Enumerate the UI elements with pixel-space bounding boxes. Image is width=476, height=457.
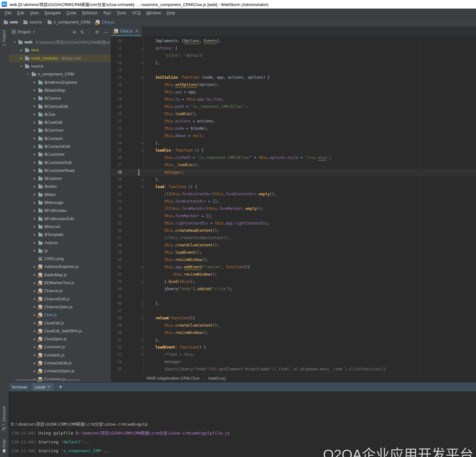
- menu-run[interactable]: Run: [101, 10, 114, 16]
- tool-window-button-gulp[interactable]: Gulp: [2, 440, 6, 453]
- collapsed-arrow-icon[interactable]: ▶: [33, 113, 36, 116]
- collapsed-arrow-icon[interactable]: ▶: [33, 97, 36, 100]
- code-line-18[interactable]: 18 this.lp = this.app.lp.clue;: [111, 96, 476, 103]
- fold-toggle-icon[interactable]: ▿: [141, 45, 143, 52]
- code-line-36[interactable]: 36 this.createHeadContent();: [111, 227, 476, 234]
- code-line-16[interactable]: 16 this.setOptions(options);: [111, 81, 476, 88]
- code-line-22[interactable]: 22 this.node = $(node);: [111, 125, 476, 132]
- code-line-51[interactable]: 51▵ },: [111, 336, 476, 344]
- tree-row-x_component_crm[interactable]: ▼x_component_CRM: [9, 70, 111, 78]
- collapsed-arrow-icon[interactable]: ▶: [33, 241, 36, 244]
- code-line-29[interactable]: 29▵ },: [111, 176, 476, 183]
- collapsed-arrow-icon[interactable]: ▶: [33, 297, 36, 300]
- tree-row-$baidumap[interactable]: ▶$BaiduMap: [9, 86, 111, 94]
- tree-row-lp[interactable]: ▶lp: [9, 247, 111, 255]
- code-line-33[interactable]: 33 if(this.formMarkArr)this.formMarkArr.…: [111, 205, 476, 212]
- tree-row-$customeredit[interactable]: ▶$CustomerEdit: [9, 158, 111, 166]
- code-line-25[interactable]: 25▿ loadCss: function () {: [111, 147, 476, 154]
- close-icon[interactable]: ✕: [47, 385, 50, 389]
- tree-row-23501.png[interactable]: 23501.png: [9, 255, 111, 263]
- menu-file[interactable]: File: [2, 10, 14, 16]
- collapsed-arrow-icon[interactable]: ▶: [33, 249, 36, 252]
- collapsed-arrow-icon[interactable]: ▶: [33, 169, 36, 172]
- tree-row-node_modules[interactable]: ▶node_moduleslibrary root: [9, 54, 111, 62]
- menu-edit[interactable]: Edit: [14, 10, 27, 16]
- tool-window-button-structure[interactable]: 7: Structure: [2, 406, 6, 431]
- tree-row-$record[interactable]: ▶$Record: [9, 223, 111, 231]
- tree-row-$message[interactable]: ▶$Message: [9, 199, 111, 206]
- collapsed-arrow-icon[interactable]: ▶: [33, 233, 36, 236]
- tree-row-$publicseasedit[interactable]: ▶$PublicseasEdit: [9, 215, 111, 223]
- collapsed-arrow-icon[interactable]: ▶: [33, 201, 36, 204]
- locate-icon[interactable]: ⊕: [72, 29, 76, 35]
- terminal-output[interactable]: O2OA企业应用开发平台 D:\domino\项目\O2OA\CRM\CRM新版…: [9, 391, 476, 457]
- code-line-38[interactable]: 38 this.createClueContent();: [111, 242, 476, 249]
- tree-row-chance.js[interactable]: ▶Chance.js: [9, 287, 111, 295]
- code-line-55[interactable]: 55 jQuery(jQuery("body")[0].getElement("…: [111, 366, 476, 373]
- collapsed-arrow-icon[interactable]: ▶: [33, 185, 36, 188]
- menu-refactor[interactable]: Refactor: [79, 10, 101, 16]
- tree-row-$index[interactable]: ▶$Index: [9, 182, 111, 190]
- horizontal-scrollbar[interactable]: [16, 379, 80, 381]
- tree-row-contactsedit.js[interactable]: ▶ContactsEdit.js: [9, 359, 111, 367]
- tree-row-$contacts[interactable]: ▶$Contacts: [9, 134, 111, 142]
- expanded-arrow-icon[interactable]: ▼: [20, 65, 23, 68]
- collapsed-arrow-icon[interactable]: ▶: [33, 329, 36, 332]
- fold-toggle-icon[interactable]: ▿: [141, 74, 143, 81]
- fold-toggle-icon[interactable]: ▿: [141, 344, 143, 351]
- code-line-48[interactable]: 48▿ reload:function(){: [111, 315, 476, 322]
- breadcrumb-item-web[interactable]: web: [4, 20, 18, 24]
- tree-row-common.js[interactable]: ▶Common.js: [9, 343, 111, 351]
- tree-row-baidumap.js[interactable]: ▶BaiduMap.js: [9, 271, 111, 279]
- fold-toggle-icon[interactable]: ▵: [141, 59, 143, 67]
- tree-row-$clue[interactable]: ▶$Clue: [9, 110, 111, 118]
- collapsed-arrow-icon[interactable]: ▶: [33, 289, 36, 292]
- code-line-11[interactable]: 11▿ options: {: [111, 45, 476, 52]
- tree-row-contacts.js[interactable]: ▶Contacts.js: [9, 351, 111, 359]
- collapsed-arrow-icon[interactable]: ▶: [33, 121, 36, 124]
- code-line-26[interactable]: 26 this.cssPath = "/x_component_CRM/$Clu…: [111, 154, 476, 161]
- tree-row-clueedit_bak0904.js[interactable]: ▶ClueEdit_bak0904.js: [9, 327, 111, 335]
- fold-toggle-icon[interactable]: ▵: [141, 140, 143, 147]
- code-line-34[interactable]: 34 this.formMarkArr = [];: [111, 212, 476, 220]
- collapsed-arrow-icon[interactable]: ▶: [33, 353, 36, 356]
- fold-toggle-icon[interactable]: ▿: [141, 315, 143, 322]
- code-line-19[interactable]: 19 this.path = "/x_component_CRM/$Clue/"…: [111, 103, 476, 110]
- new-terminal-icon[interactable]: +: [58, 384, 63, 390]
- menu-view[interactable]: View: [27, 10, 42, 16]
- collapsed-arrow-icon[interactable]: ▶: [33, 362, 36, 365]
- fold-toggle-icon[interactable]: ▵: [141, 278, 143, 285]
- code-line-45[interactable]: 45: [111, 293, 476, 300]
- menu-navigate[interactable]: Navigate: [42, 10, 63, 16]
- code-line-32[interactable]: 32 this.formContentArr = [];: [111, 198, 476, 205]
- code-line-44[interactable]: 44 jQuery("body").unbind("click");: [111, 285, 476, 293]
- code-line-47[interactable]: 47: [111, 307, 476, 315]
- code-line-15[interactable]: 15▿ initialize: function (node, app, act…: [111, 74, 476, 81]
- collapsed-arrow-icon[interactable]: ▶: [33, 81, 36, 84]
- breadcrumb-item-clue.js[interactable]: Clue.js: [96, 20, 114, 24]
- code-line-40[interactable]: 40 this.resizeWindow();: [111, 256, 476, 264]
- menu-code[interactable]: Code: [64, 10, 79, 16]
- fold-toggle-icon[interactable]: ▵: [141, 176, 143, 183]
- collapsed-arrow-icon[interactable]: ▶: [33, 88, 36, 92]
- tree-row-$chanceedit[interactable]: ▶$ChanceEdit: [9, 102, 111, 110]
- code-line-24[interactable]: 24▵ },: [111, 140, 476, 147]
- tree-row-$customer[interactable]: ▶$Customer: [9, 150, 111, 158]
- collapsed-arrow-icon[interactable]: ▶: [33, 137, 36, 140]
- code-line-21[interactable]: 21 this.actions = actions;: [111, 118, 476, 125]
- tree-row-$contactsedit[interactable]: ▶$ContactsEdit: [9, 142, 111, 150]
- menu-help[interactable]: Help: [164, 10, 178, 16]
- tree-row-chanceedit.js[interactable]: ▶ChanceEdit.js: [9, 295, 111, 303]
- expanded-arrow-icon[interactable]: ▼: [26, 73, 30, 76]
- fold-toggle-icon[interactable]: ▿: [141, 147, 143, 154]
- collapsed-arrow-icon[interactable]: ▶: [33, 105, 36, 108]
- code-line-30[interactable]: 30▿ load: function () {: [111, 183, 476, 191]
- tree-row-$clueedit[interactable]: ▶$ClueEdit: [9, 118, 111, 126]
- project-panel-title[interactable]: Project: [18, 29, 30, 34]
- chevron-down-icon[interactable]: ▼: [32, 30, 35, 34]
- collapsed-arrow-icon[interactable]: ▶: [33, 177, 36, 180]
- tree-row-$addressexplorer[interactable]: ▶$AddressExplorer: [9, 78, 111, 86]
- code-line-37[interactable]: 37 //this.createToolBarContent();: [111, 234, 476, 242]
- menu-tools[interactable]: Tools: [114, 10, 129, 16]
- code-line-35[interactable]: 35 this.rightContentDiv = this.app.right…: [111, 220, 476, 227]
